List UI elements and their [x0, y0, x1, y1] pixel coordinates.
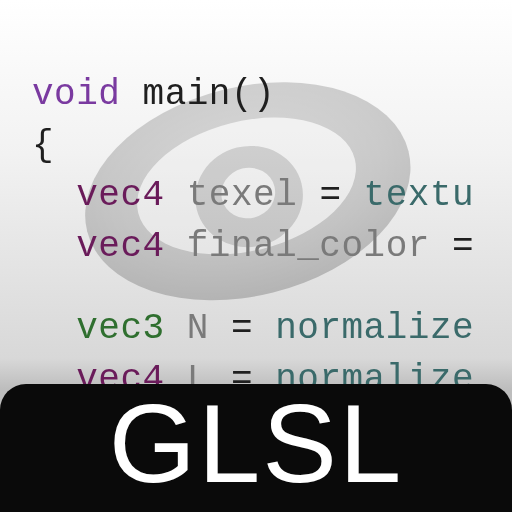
footer-band: GLSL [0, 384, 512, 512]
code-panel: void main() { vec4 texel = textu vec4 fi… [0, 0, 512, 390]
type-vec4: vec4 [76, 175, 164, 216]
call-normalize: normalize [275, 308, 474, 349]
type-vec4: vec4 [76, 226, 164, 267]
band-label: GLSL [109, 388, 403, 500]
ident-texel: texel [187, 175, 298, 216]
call-texture: textu [364, 175, 475, 216]
op-eq: = [452, 226, 474, 267]
code-block: void main() { vec4 texel = textu vec4 fi… [0, 0, 512, 390]
op-eq: = [231, 308, 253, 349]
type-vec3: vec3 [76, 308, 164, 349]
fn-main: main() [143, 74, 276, 115]
op-eq: = [319, 175, 341, 216]
brace-open: { [32, 125, 54, 166]
blank-line [32, 272, 512, 304]
keyword-void: void [32, 74, 120, 115]
ident-N: N [187, 308, 209, 349]
ident-final-color: final_color [187, 226, 430, 267]
